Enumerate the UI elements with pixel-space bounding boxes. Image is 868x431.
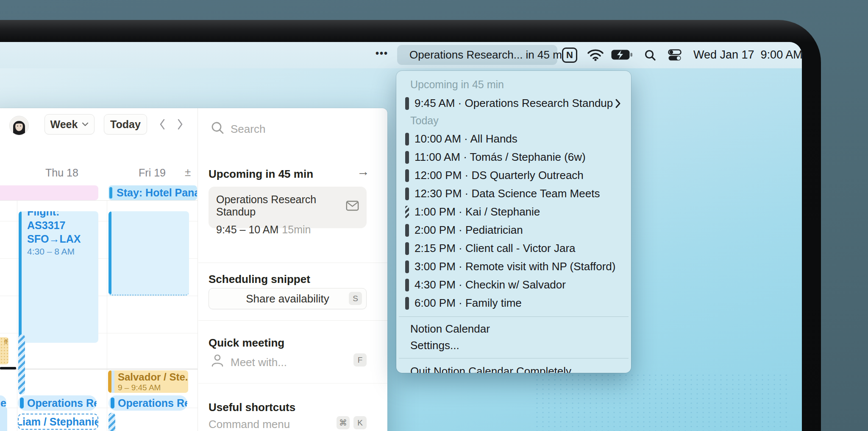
wifi-icon[interactable] <box>587 48 604 61</box>
event-yellow-fragment[interactable]: ff <box>0 337 8 364</box>
tray-event-row[interactable]: 4:30 PM · Checkin w/ Salvador <box>396 276 631 294</box>
current-time-indicator <box>0 367 16 369</box>
event-fri-morning[interactable] <box>108 211 189 296</box>
card-event-title: Operations Research Standup <box>216 193 346 218</box>
tray-event-row[interactable]: 2:00 PM · Pediatrician <box>396 221 631 239</box>
shortcut-key-k: K <box>353 416 367 429</box>
meet-with-input[interactable]: Meet with... <box>231 356 287 369</box>
screen: ••• Operations Research... in 45 m N <box>0 42 802 431</box>
event-blue-fragment[interactable] <box>0 406 7 431</box>
battery-charging-icon[interactable] <box>611 48 633 61</box>
event-flight[interactable]: Flight: AS3317 SFO→LAX 4:30 – 8 AM <box>19 211 98 343</box>
tray-event-row[interactable]: 1:00 PM · Kai / Stephanie <box>396 203 631 221</box>
view-selector-label: Week <box>50 118 78 131</box>
event-hatched-thu[interactable] <box>18 334 25 395</box>
card-event-time: 9:45 – 10 AM <box>216 224 278 235</box>
day-header-thu[interactable]: Thu 18 <box>34 167 89 179</box>
menu-item-quit[interactable]: Quit Notion Calendar Completely <box>396 362 631 373</box>
menu-bar-clock[interactable]: Wed Jan 17 9:00 AM <box>693 48 802 62</box>
tray-event-row[interactable]: 12:00 PM · DS Quarterly Outreach <box>396 166 631 185</box>
solid-event-indicator <box>405 169 409 182</box>
grid-line-vertical <box>17 200 17 431</box>
email-icon[interactable] <box>346 200 359 212</box>
chip-color-mark <box>111 397 114 409</box>
next-chevron-icon[interactable] <box>176 118 184 130</box>
desktop-stage: ••• Operations Research... in 45 m N <box>0 0 868 431</box>
prev-chevron-icon[interactable] <box>159 118 166 130</box>
screen-content: ••• Operations Research... in 45 m N <box>0 42 802 431</box>
grid-line-vertical <box>107 200 107 431</box>
day-header-fri[interactable]: Fri 19 <box>125 167 180 179</box>
tray-event-label: 3:00 PM · Remote visit with NP (Stafford… <box>415 260 615 273</box>
menu-item-settings[interactable]: Settings... <box>396 337 631 354</box>
view-selector-week[interactable]: Week <box>45 114 95 134</box>
notion-calendar-tray-menu: Upcoming in 45 min 9:45 AM · Operations … <box>396 71 631 373</box>
event-chip-liam[interactable]: Liam / Stephanie <box>18 414 98 430</box>
control-center-icon[interactable] <box>668 49 682 61</box>
menu-item-notion-calendar[interactable]: Notion Calendar <box>396 321 631 337</box>
tray-next-event[interactable]: 9:45 AM · Operations Research Standup <box>396 94 631 113</box>
solid-event-indicator <box>405 133 409 146</box>
person-icon <box>211 353 224 368</box>
allday-event-pink[interactable] <box>0 185 98 200</box>
tray-event-label: 10:00 AM · All Hands <box>415 132 517 146</box>
arrow-right-icon[interactable]: → <box>357 164 370 179</box>
search-spotlight-icon[interactable] <box>644 49 657 62</box>
card-event-duration: 15min <box>282 224 311 235</box>
tray-event-row[interactable]: 6:00 PM · Family time <box>396 294 631 312</box>
avatar[interactable] <box>9 116 29 135</box>
solid-event-indicator <box>405 188 409 200</box>
today-button-label: Today <box>110 118 141 131</box>
share-availability-label: Share availability <box>246 292 329 305</box>
shortcut-key-f: F <box>353 353 367 367</box>
event-color-bar <box>19 211 22 343</box>
solid-event-indicator <box>405 224 409 237</box>
event-color-stripe-blue <box>111 370 114 393</box>
event-hatched-fri[interactable] <box>108 413 115 431</box>
search-input[interactable]: Search <box>231 123 265 136</box>
tray-event-label: 2:00 PM · Pediatrician <box>415 224 523 237</box>
avatar-illustration <box>10 116 28 135</box>
tray-event-label: 2:15 PM · Client call - Victor Jara <box>415 242 576 255</box>
chip-label: Operations Resea <box>27 397 97 409</box>
solid-event-indicator <box>405 279 409 291</box>
tray-event-row[interactable]: 11:00 AM · Tomás / Stephanie (6w) <box>396 148 631 166</box>
allday-event-stay[interactable]: Stay: Hotel Panamer <box>108 185 197 200</box>
today-button[interactable]: Today <box>104 114 147 134</box>
menu-bar-status-item[interactable]: Operations Research... in 45 m <box>397 45 557 65</box>
tray-event-row[interactable]: 2:15 PM · Client call - Victor Jara <box>396 239 631 257</box>
allday-event-label: Stay: Hotel Panamer <box>117 187 197 199</box>
solid-event-indicator <box>405 151 409 164</box>
sidebar-divider <box>198 108 198 431</box>
notion-menu-bar-icon[interactable]: N <box>562 48 577 63</box>
event-color-bar <box>108 211 111 294</box>
shortcut-key-cmd: ⌘ <box>337 416 350 429</box>
menu-separator <box>399 316 629 317</box>
tray-next-event-label: 9:45 AM · Operations Research Standup <box>415 97 613 110</box>
tray-event-row[interactable]: 3:00 PM · Remote visit with NP (Stafford… <box>396 257 631 276</box>
share-availability-button[interactable]: Share availability S <box>209 288 367 309</box>
upcoming-event-card[interactable]: Operations Research Standup 9:45 – 10 AM… <box>209 187 367 228</box>
event-color-bar-orange <box>108 370 111 393</box>
chevron-down-icon <box>82 122 89 126</box>
expand-allday-icon[interactable]: ± <box>185 166 191 179</box>
calendar-window: Week Today Thu 18 Fri 19 ± <box>0 108 387 431</box>
solid-event-indicator <box>405 97 409 110</box>
hour-line <box>16 369 198 369</box>
event-salvador[interactable]: Salvador / Ste... 9 – 9:45 AM <box>108 370 188 393</box>
tray-event-label: 12:30 PM · Data Science Team Meets <box>415 187 600 200</box>
event-chip-operations-thu[interactable]: Operations Resea <box>18 395 97 411</box>
tray-event-row[interactable]: 12:30 PM · Data Science Team Meets <box>396 185 631 203</box>
menu-bar-status-label: Operations Research... in 45 m <box>409 48 562 62</box>
event-chip-operations-fri[interactable]: Operations Resea <box>108 395 187 411</box>
event-salvador-text: Salvador / Ste... 9 – 9:45 AM <box>114 370 188 393</box>
event-color-bar <box>109 187 112 199</box>
command-menu-label: Command menu <box>209 418 290 431</box>
useful-shortcuts-header: Useful shortcuts <box>209 401 295 414</box>
tray-event-label: 12:00 PM · DS Quarterly Outreach <box>415 169 584 182</box>
section-divider <box>198 383 387 383</box>
quick-meeting-header: Quick meeting <box>209 336 284 350</box>
tray-event-row[interactable]: 10:00 AM · All Hands <box>396 130 631 148</box>
event-flight-time: 4:30 – 8 AM <box>27 246 98 257</box>
menu-bar-more-icon[interactable]: ••• <box>376 48 388 59</box>
